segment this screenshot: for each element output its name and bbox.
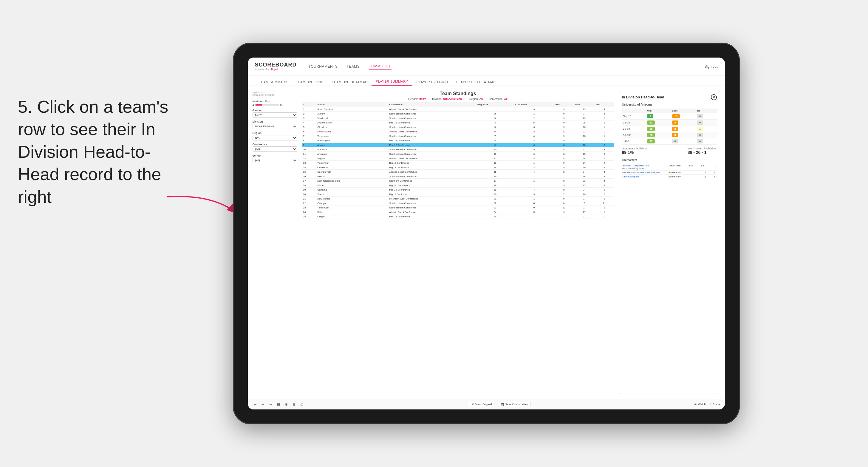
h2h-loss-val: 0 [670,138,695,145]
conf-cell: Pac-12 Conference [388,121,476,125]
conf-cell: Pac-12 Conference [388,138,476,143]
table-row[interactable]: 13 Texas Tech Big 12 Conference 13 1 9 2… [302,161,614,165]
tour-cell: 26 [574,121,595,125]
nav-teams[interactable]: TEAMS [346,63,360,70]
col-win: Win [595,102,614,107]
table-row[interactable]: 24 Duke Atlantic Coast Conference 24 5 9… [302,210,614,214]
tournament-row[interactable]: Jackson T. Stephens CupMen's Match Play … [622,164,717,170]
conf-cell: Atlantic Coast Conference [388,107,476,112]
nav-committee[interactable]: COMMITTEE [369,63,392,70]
h2h-tie-val: 0 [695,132,716,138]
logo-area: SCOREBOARD Powered by clippd [255,62,297,71]
division-select[interactable]: NCAA Division I NCAA Division II [253,124,297,129]
table-row[interactable]: 25 Oregon Pac-12 Conference 25 7 7 21 0 [302,214,614,219]
subnav-team-h2h-grid[interactable]: TEAM H2H GRID [291,79,328,86]
table-row[interactable]: 15 Georgia Tech Atlantic Coast Conferenc… [302,170,614,174]
logo-subtitle: Powered by clippd [255,68,297,71]
table-row[interactable]: 21 New Mexico Mountain West Conference 2… [302,196,614,201]
school-select[interactable]: (All) [253,158,297,163]
h2h-loss-val: 13 [670,113,695,120]
subnav-player-summary[interactable]: PLAYER SUMMARY [372,78,412,86]
min-rounds-slider[interactable] [255,104,279,105]
rds-cell: 7 [554,174,574,179]
table-row[interactable]: 2 Auburn Southeastern Conference 2 1 9 2… [302,112,614,116]
table-row[interactable]: 12 Virginia Atlantic Coast Conference 12… [302,156,614,161]
table-row[interactable]: 11 Arkansas Southeastern Conference 11 6… [302,152,614,156]
table-row[interactable]: 7 Tennessee Southeastern Conference 7 4 … [302,134,614,138]
tournament-pos: 1 [696,171,706,174]
toolbar-right: 👁 Watch ↗ Share [694,403,720,406]
tour-cell: 27 [574,112,595,116]
subnav-team-summary[interactable]: TEAM SUMMARY [255,79,292,86]
tournament-row[interactable]: Arizona Thunderbirds Intercollegiate Str… [622,170,717,175]
crop-button[interactable]: ⊞ [276,402,281,407]
h2h-win-val: 11 [645,120,670,126]
table-row[interactable]: 3 Vanderbilt Southeastern Conference 3 2… [302,116,614,121]
table-row[interactable]: 18 Illinois Big Ten Conference 18 1 9 23… [302,183,614,188]
clock-button[interactable]: ⏱ [299,402,305,407]
table-row[interactable]: 6 Florida State Atlantic Coast Conferenc… [302,129,614,134]
rank-cell: 24 [302,210,316,214]
rank-cell: 4 [302,121,316,125]
watch-button[interactable]: 👁 Watch [694,403,706,406]
conference-select[interactable]: (All) ACC SEC [253,147,297,152]
table-row[interactable]: 4 Arizona State Pac-12 Conference 4 5 9 … [302,121,614,125]
rds-cell: 9 [554,210,574,214]
table-row[interactable]: 20 Texas Big 12 Conference 20 3 7 20 7 [302,192,614,196]
wlt-stat: W-L-T record in-division: 86 - 26 - 1 [688,147,717,155]
table-row[interactable]: 9 Arizona Pac-12 Conference 9 6 8 22 3 [302,143,614,147]
tour-cell: 24 [574,188,595,192]
meta-gender: Gender: Men's [408,97,426,100]
view-original-button[interactable]: 👁 View: Original [469,402,494,407]
undo-button[interactable]: ↩ [253,402,258,407]
redo-button[interactable]: ↪ [268,402,273,407]
table-row[interactable]: 19 California Pac-12 Conference 19 4 8 2… [302,188,614,192]
tour-cell: 23 [574,183,595,188]
tour-cell: 24 [574,170,595,174]
slider-fill [255,104,262,105]
undo2-button[interactable]: ↩ [260,402,266,407]
gender-select[interactable]: Men's Women's [253,113,297,118]
subnav-player-h2h-grid[interactable]: PLAYER H2H GRID [412,79,452,86]
table-row[interactable]: 5 Ole Miss Southeastern Conference 5 3 9… [302,125,614,129]
table-row[interactable]: 16 Florida Southeastern Conference 16 7 … [302,174,614,179]
h2h-close-button[interactable]: ✕ [711,94,717,100]
opponents-value: 99.1% [622,150,649,155]
subnav-team-h2h-heatmap[interactable]: TEAM H2H HEATMAP [328,79,372,86]
save-custom-button[interactable]: 💾 Save Custom View [498,402,530,407]
h2h-col-win: Win [645,108,670,113]
table-row[interactable]: 14 Oklahoma Big 12 Conference 14 3 9 26 … [302,165,614,170]
h2h-panel: In Division Head-to-Head ✕ University of… [619,91,720,394]
minus-button[interactable]: ⊖ [291,402,297,407]
standings-panel: Team Standings Gender: Men's Division: N… [302,91,614,394]
table-row[interactable]: 1 North Carolina Atlantic Coast Conferen… [302,107,614,112]
col-tour: Tour [574,102,595,107]
conf-cell: Southeastern Conference [388,201,476,206]
tournament-row[interactable]: Cabo Collegiate Stroke Play 11 17 [622,175,717,179]
table-row[interactable]: 10 Alabama Southeastern Conference 10 5 … [302,147,614,152]
tour-cell: 24 [574,174,595,179]
subnav-player-h2h-heatmap[interactable]: PLAYER H2H HEATMAP [452,79,500,86]
tournament-score: -17 [706,171,716,174]
sign-out-link[interactable]: Sign out [704,64,717,69]
table-row[interactable]: 22 Georgia Southeastern Conference 22 8 … [302,201,614,206]
school-cell: Tennessee [316,134,388,138]
table-header: # School Conference Reg Rank Conf Rank R… [302,102,614,107]
reg-rank-cell: 10 [476,147,514,152]
table-row[interactable]: 23 Texas A&M Southeastern Conference 23 … [302,206,614,210]
h2h-tie-val: 1 [695,126,716,132]
school-cell: Oklahoma [316,165,388,170]
rank-cell: 6 [302,129,316,134]
nav-tournaments[interactable]: TOURNAMENTS [309,63,338,70]
share-button[interactable]: ↗ Share [709,403,720,406]
region-select[interactable]: N/A All [253,135,297,141]
tour-cell: 27 [574,161,595,165]
reg-rank-cell: 4 [476,121,514,125]
tour-cell: 20 [574,192,595,196]
school-cell: Auburn [316,112,388,116]
tournament-name: Arizona Thunderbirds Intercollegiate [622,171,664,174]
plus-button[interactable]: ⊕ [284,402,289,407]
table-row[interactable]: 8 Washington Pac-12 Conference 8 2 9 23 … [302,138,614,143]
save-icon: 💾 [501,403,504,406]
table-row[interactable]: 17 East Tennessee State Southern Confere… [302,179,614,183]
